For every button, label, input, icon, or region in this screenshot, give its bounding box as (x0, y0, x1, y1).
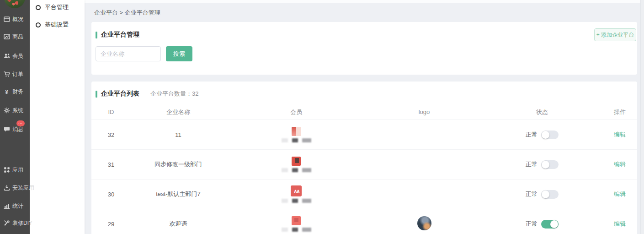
col-header-member: 会员 (226, 108, 367, 116)
status-toggle[interactable] (541, 160, 559, 169)
cell-id: 30 (91, 191, 131, 198)
cell-status: 正常 (482, 220, 602, 229)
edit-link[interactable]: 编辑 (614, 220, 626, 227)
cell-id: 29 (91, 221, 131, 228)
sidebar-item-安装应用[interactable]: 安装应用 (0, 183, 30, 192)
member-names-blurred (282, 168, 311, 172)
stats-icon (3, 203, 10, 210)
list-card-title: 企业平台列表 企业平台数量：32 (96, 90, 198, 98)
vertical-scrollbar[interactable] (640, 0, 644, 234)
enterprise-table: ID 企业名称 会员 logo 状态 操作 32 11 正常 (91, 104, 637, 234)
col-header-status: 状态 (482, 108, 602, 116)
table-row: 31 同步修改一级部门 正常 编辑 (91, 150, 637, 180)
apps-icon (3, 167, 10, 174)
status-label: 正常 (526, 131, 538, 139)
cell-member (226, 157, 367, 172)
col-header-name: 企业名称 (131, 108, 226, 116)
search-card-title: 企业平台管理 (96, 31, 139, 39)
system-icon (3, 107, 10, 114)
status-toggle[interactable] (541, 190, 559, 199)
enterprise-name-input[interactable] (96, 46, 161, 61)
title-accent-bar (96, 32, 97, 38)
search-button[interactable]: 搜索 (166, 46, 192, 61)
table-body: 32 11 正常 编辑 31 同步修改一级部门 (91, 120, 637, 234)
top-strip (85, 0, 644, 3)
cell-id: 31 (91, 161, 131, 168)
member-avatar-red-dark (292, 157, 301, 166)
member-avatar-red-square (292, 216, 301, 225)
edit-link[interactable]: 编辑 (614, 161, 626, 168)
member-avatar-red-pink (292, 127, 301, 136)
sidebar-item-财务[interactable]: ¥ 财务 (0, 87, 30, 96)
main-content: 企业平台 > 企业平台管理 企业平台管理 + 添加企业平台 搜索 企业平台列表 … (85, 0, 644, 234)
member-avatar-red-logo (291, 185, 302, 196)
cell-status: 正常 (482, 131, 602, 139)
status-label: 正常 (526, 190, 538, 198)
enterprise-logo-image (417, 216, 431, 230)
primary-sidebar: 概况 商品 会员 订单 ¥ 财务 系统 消息 ... 应用 安装应用 统计 装修… (0, 0, 30, 234)
cell-action: 编辑 (602, 160, 637, 169)
orders-icon (3, 71, 10, 78)
cell-member (226, 127, 367, 142)
member-names-blurred (282, 138, 311, 142)
cell-logo (367, 216, 482, 232)
cell-status: 正常 (482, 160, 602, 169)
list-card: 企业平台列表 企业平台数量：32 ID 企业名称 会员 logo 状态 操作 3… (91, 82, 637, 234)
cell-id: 32 (91, 131, 131, 138)
col-header-action: 操作 (602, 108, 637, 116)
toggle-knob (550, 220, 558, 228)
sidebar-item-消息[interactable]: 消息 ... (0, 125, 30, 134)
platform-count: 企业平台数量：32 (150, 90, 198, 98)
edit-link[interactable]: 编辑 (614, 190, 626, 197)
toggle-knob (542, 131, 549, 139)
finance-icon: ¥ (3, 88, 10, 95)
cell-action: 编辑 (602, 190, 637, 198)
cell-member (226, 216, 367, 232)
title-accent-bar (96, 91, 97, 98)
status-toggle[interactable] (541, 131, 559, 139)
status-label: 正常 (526, 220, 538, 228)
edit-link[interactable]: 编辑 (614, 131, 626, 138)
submenu-item-基础设置[interactable]: 基础设置 (30, 20, 85, 29)
table-row: 32 11 正常 编辑 (91, 120, 637, 150)
add-enterprise-button[interactable]: + 添加企业平台 (594, 28, 636, 41)
cell-status: 正常 (482, 190, 602, 199)
table-row: 29 欢迎语 正常 编辑 (91, 209, 637, 234)
radio-icon (36, 5, 41, 10)
toggle-knob (542, 190, 549, 198)
cell-action: 编辑 (602, 220, 637, 228)
diy-icon (3, 220, 10, 227)
message-badge: ... (16, 120, 25, 126)
sidebar-item-概况[interactable]: 概况 (0, 15, 30, 24)
install-icon (3, 185, 10, 191)
cell-enterprise-name: 11 (131, 131, 226, 138)
cell-enterprise-name: 欢迎语 (131, 220, 226, 228)
member-names-blurred (282, 199, 311, 203)
secondary-sidebar: 平台管理 基础设置 (30, 0, 85, 234)
sidebar-item-应用[interactable]: 应用 (0, 165, 30, 174)
members-icon (3, 53, 10, 60)
sidebar-item-订单[interactable]: 订单 (0, 70, 30, 79)
overview-icon (3, 16, 10, 23)
sidebar-item-商品[interactable]: 商品 (0, 32, 30, 41)
sidebar-menu: 概况 商品 会员 订单 ¥ 财务 系统 消息 ... 应用 安装应用 统计 装修… (0, 0, 30, 234)
cell-enterprise-name: test-默认主部门7 (131, 190, 226, 198)
sidebar-item-系统[interactable]: 系统 (0, 106, 30, 115)
message-icon (3, 126, 10, 133)
table-row: 30 test-默认主部门7 正常 编辑 (91, 180, 637, 209)
member-names-blurred (282, 228, 311, 232)
cell-action: 编辑 (602, 131, 637, 139)
cell-member (226, 185, 367, 203)
sidebar-item-装修DIY[interactable]: 装修DIY (0, 218, 30, 228)
radio-icon (36, 22, 41, 27)
status-toggle[interactable] (541, 220, 559, 229)
toggle-knob (542, 161, 549, 169)
status-label: 正常 (526, 160, 538, 169)
col-header-id: ID (91, 109, 131, 115)
breadcrumb: 企业平台 > 企业平台管理 (94, 9, 160, 17)
cell-enterprise-name: 同步修改一级部门 (131, 160, 226, 169)
submenu-item-平台管理[interactable]: 平台管理 (30, 3, 85, 12)
table-header: ID 企业名称 会员 logo 状态 操作 (91, 104, 637, 120)
sidebar-item-统计[interactable]: 统计 (0, 201, 30, 211)
sidebar-item-会员[interactable]: 会员 (0, 51, 30, 60)
